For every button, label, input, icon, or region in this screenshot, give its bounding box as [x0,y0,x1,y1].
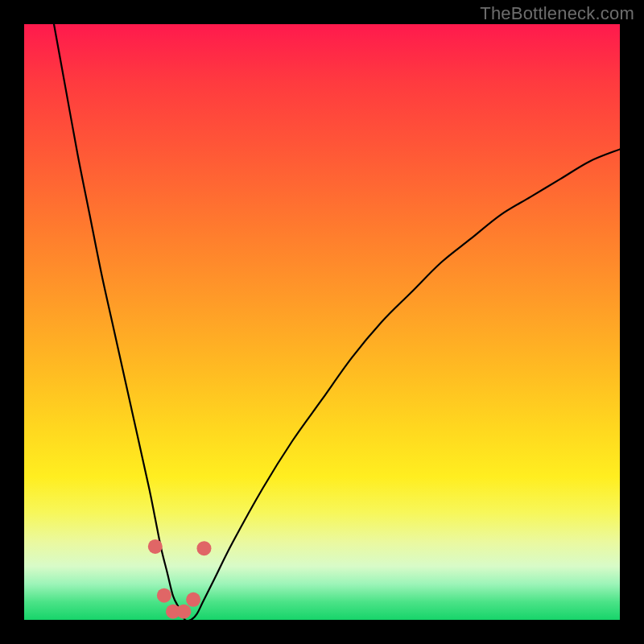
curve-marker [148,539,163,554]
watermark-text: TheBottleneck.com [480,3,634,24]
chart-frame: TheBottleneck.com [0,0,644,644]
bottleneck-curve-svg [24,24,620,620]
curve-marker [157,588,171,603]
curve-marker [176,605,191,619]
curve-marker [196,541,211,555]
bottleneck-curve-path [54,24,620,620]
chart-plot-area [24,24,620,620]
curve-marker [186,592,200,607]
curve-markers [148,539,212,619]
